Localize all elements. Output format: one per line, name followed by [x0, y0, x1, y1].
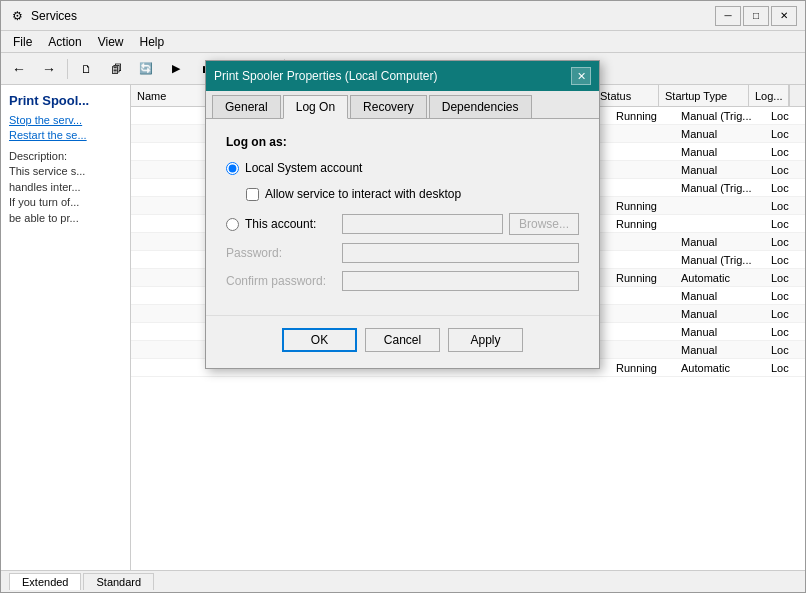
service-logon: Loc: [765, 325, 805, 339]
service-startup: Manual: [675, 235, 765, 249]
service-status: [610, 259, 675, 261]
left-panel-title: Print Spool...: [9, 93, 122, 108]
app-icon: ⚙: [9, 8, 25, 24]
service-status: Running: [610, 217, 675, 231]
service-logon: Loc: [765, 253, 805, 267]
service-status: [610, 169, 675, 171]
service-logon: Loc: [765, 289, 805, 303]
apply-button[interactable]: Apply: [448, 328, 523, 352]
cancel-button[interactable]: Cancel: [365, 328, 440, 352]
this-account-radio[interactable]: [226, 218, 239, 231]
left-panel-description: Description:This service s...handles int…: [9, 149, 122, 226]
local-system-radio[interactable]: [226, 162, 239, 175]
service-logon: Loc: [765, 307, 805, 321]
service-status: [610, 313, 675, 315]
service-logon: Loc: [765, 181, 805, 195]
service-status: Running: [610, 199, 675, 213]
toolbar-btn-3[interactable]: 🔄: [132, 57, 160, 81]
tab-general[interactable]: General: [212, 95, 281, 118]
tab-standard[interactable]: Standard: [83, 573, 154, 590]
service-startup: Automatic: [675, 361, 765, 375]
tab-extended[interactable]: Extended: [9, 573, 81, 590]
service-logon: Loc: [765, 235, 805, 249]
tab-dependencies[interactable]: Dependencies: [429, 95, 532, 118]
dialog-title-bar: Print Spooler Properties (Local Computer…: [206, 61, 599, 91]
service-status: Running: [610, 271, 675, 285]
service-logon: Loc: [765, 217, 805, 231]
local-system-label: Local System account: [245, 161, 362, 175]
logon-as-label: Log on as:: [226, 135, 579, 149]
confirm-password-label: Confirm password:: [226, 274, 336, 288]
browse-button[interactable]: Browse...: [509, 213, 579, 235]
this-account-input[interactable]: [342, 214, 503, 234]
toolbar-btn-4[interactable]: ▶: [162, 57, 190, 81]
toolbar-btn-1[interactable]: 🗋: [72, 57, 100, 81]
dialog-close-button[interactable]: ✕: [571, 67, 591, 85]
local-system-radio-item[interactable]: Local System account: [226, 161, 579, 175]
title-bar: ⚙ Services ─ □ ✕: [1, 1, 805, 31]
password-label: Password:: [226, 246, 336, 260]
toolbar-sep-1: [67, 59, 68, 79]
service-startup: Manual: [675, 307, 765, 321]
dialog-tabs: General Log On Recovery Dependencies: [206, 91, 599, 119]
tab-logon[interactable]: Log On: [283, 95, 348, 119]
dialog-content: Log on as: Local System account Allow se…: [206, 119, 599, 315]
service-logon: Loc: [765, 271, 805, 285]
service-status: [610, 133, 675, 135]
service-startup: Manual (Trig...: [675, 253, 765, 267]
window-title: Services: [31, 9, 715, 23]
service-status: [610, 241, 675, 243]
allow-desktop-label: Allow service to interact with desktop: [265, 187, 461, 201]
service-logon: Loc: [765, 343, 805, 357]
service-status: Running: [610, 361, 675, 375]
tab-recovery[interactable]: Recovery: [350, 95, 427, 118]
minimize-button[interactable]: ─: [715, 6, 741, 26]
stop-link[interactable]: Stop the serv...: [9, 114, 122, 126]
confirm-password-input[interactable]: [342, 271, 579, 291]
this-account-radio-item[interactable]: This account:: [226, 217, 336, 231]
toolbar-btn-2[interactable]: 🗐: [102, 57, 130, 81]
close-button[interactable]: ✕: [771, 6, 797, 26]
radio-group: Local System account Allow service to in…: [226, 161, 579, 201]
menu-bar: File Action View Help: [1, 31, 805, 53]
allow-desktop-checkbox[interactable]: [246, 188, 259, 201]
this-account-row: This account: Browse...: [226, 213, 579, 235]
service-startup: Manual (Trig...: [675, 181, 765, 195]
col-startup[interactable]: Startup Type: [659, 85, 749, 106]
restart-link[interactable]: Restart the se...: [9, 129, 122, 141]
service-status: Running: [610, 109, 675, 123]
service-logon: Loc: [765, 199, 805, 213]
maximize-button[interactable]: □: [743, 6, 769, 26]
service-status: [610, 295, 675, 297]
col-status[interactable]: Status: [594, 85, 659, 106]
menu-view[interactable]: View: [90, 33, 132, 51]
service-startup: Manual: [675, 163, 765, 177]
service-startup: Manual: [675, 127, 765, 141]
service-startup: Manual: [675, 325, 765, 339]
service-status: [610, 187, 675, 189]
title-bar-buttons: ─ □ ✕: [715, 6, 797, 26]
back-button[interactable]: ←: [5, 57, 33, 81]
service-logon: Loc: [765, 127, 805, 141]
menu-action[interactable]: Action: [40, 33, 89, 51]
account-section: This account: Browse... Password: Confir…: [226, 213, 579, 291]
allow-desktop-checkbox-item[interactable]: Allow service to interact with desktop: [246, 187, 579, 201]
forward-button[interactable]: →: [35, 57, 63, 81]
dialog: Print Spooler Properties (Local Computer…: [205, 60, 600, 369]
service-status: [610, 349, 675, 351]
status-bar: Extended Standard: [1, 570, 805, 592]
menu-help[interactable]: Help: [132, 33, 173, 51]
service-startup: Manual: [675, 289, 765, 303]
service-startup: [675, 205, 765, 207]
service-startup: Automatic: [675, 271, 765, 285]
service-logon: Loc: [765, 163, 805, 177]
ok-button[interactable]: OK: [282, 328, 357, 352]
service-logon: Loc: [765, 145, 805, 159]
service-startup: Manual: [675, 145, 765, 159]
col-logon[interactable]: Log...: [749, 85, 789, 106]
password-input[interactable]: [342, 243, 579, 263]
confirm-password-row: Confirm password:: [226, 271, 579, 291]
service-startup: [675, 223, 765, 225]
service-logon: Loc: [765, 109, 805, 123]
menu-file[interactable]: File: [5, 33, 40, 51]
